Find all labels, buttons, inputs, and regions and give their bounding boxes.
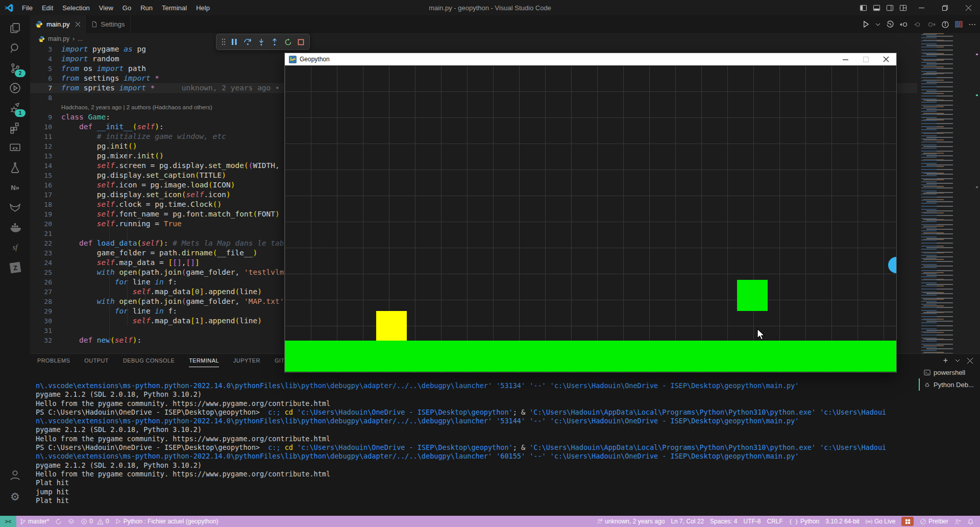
debug-session-icon[interactable]: 1 [0, 98, 30, 118]
editor-scrollbar[interactable] [966, 33, 980, 353]
menu-run[interactable]: Run [136, 0, 157, 15]
z-extension-icon[interactable]: Z [0, 257, 30, 277]
minimize-button[interactable] [910, 0, 933, 15]
remote-explorer-icon[interactable] [0, 138, 30, 158]
notifications-item[interactable] [964, 516, 980, 527]
tab-settings[interactable]: Settings [86, 15, 131, 33]
step-out-button[interactable] [271, 38, 278, 46]
close-tab-icon[interactable] [76, 22, 80, 27]
pygame-app-icon [289, 56, 297, 63]
run-python-file-icon[interactable] [862, 20, 870, 28]
settings-gear-icon[interactable]: ⚙ [0, 487, 30, 507]
menu-go[interactable]: Go [118, 0, 136, 15]
customize-layout-icon[interactable] [896, 0, 910, 15]
close-window-button[interactable] [957, 0, 980, 15]
terminal-line: pygame 2.1.2 (SDL 2.0.18, Python 3.10.2) [36, 390, 886, 399]
game-ground [285, 341, 896, 372]
menu-help[interactable]: Help [191, 0, 214, 15]
tab-problems[interactable]: PROBLEMS [37, 357, 70, 364]
source-control-icon[interactable]: 2 [0, 58, 30, 78]
terminal-line: pygame 2.1.2 (SDL 2.0.18, Python 3.10.2) [36, 461, 886, 470]
terminal-dropdown-icon[interactable] [955, 358, 960, 363]
tab-terminal[interactable]: TERMINAL [189, 354, 219, 367]
git-branch-item[interactable]: master* [16, 516, 52, 527]
restore-button[interactable] [933, 0, 957, 15]
prettier-slash-icon [920, 518, 926, 525]
goto-previous-change-icon[interactable] [900, 20, 908, 29]
gitlens-item[interactable] [65, 516, 78, 527]
minimap[interactable] [917, 33, 966, 353]
feedback-item[interactable] [951, 516, 964, 527]
indentation-item[interactable]: Spaces: 4 [707, 516, 740, 527]
tab-debug-console[interactable]: DEBUG CONSOLE [123, 357, 175, 364]
menu-edit[interactable]: Edit [37, 0, 58, 15]
titlebar: File Edit Selection View Go Run Terminal… [0, 0, 980, 15]
stop-button[interactable] [298, 39, 304, 45]
interpreter-item[interactable]: 3.10.2 64-bit [822, 516, 863, 527]
tab-output[interactable]: OUTPUT [84, 357, 109, 364]
indent-guide [127, 132, 128, 326]
docker-icon[interactable] [0, 218, 30, 237]
tab-main-py[interactable]: main.py [30, 15, 86, 34]
terminal-instance-powershell[interactable]: powershell [919, 366, 980, 378]
menu-terminal[interactable]: Terminal [157, 0, 191, 15]
language-mode-item[interactable]: { } Python [786, 516, 822, 527]
pygame-canvas[interactable] [285, 65, 896, 372]
tab-jupyter[interactable]: JUPYTER [233, 357, 260, 364]
encoding-item[interactable]: UTF-8 [740, 516, 764, 527]
toggle-panel-icon[interactable] [870, 0, 883, 15]
menu-file[interactable]: File [17, 0, 37, 15]
pause-button[interactable] [231, 38, 237, 45]
pygame-titlebar[interactable]: Geopython [285, 53, 896, 65]
drag-grip-icon[interactable] [222, 38, 226, 45]
sf-icon[interactable]: sf [0, 237, 30, 257]
terminal-line: Hello from the pygame community. https:/… [36, 435, 886, 443]
step-into-button[interactable] [258, 38, 265, 46]
testing-flask-icon[interactable] [0, 158, 30, 178]
terminal-instance-label: powershell [934, 369, 965, 376]
goto-next-change-icon [927, 20, 936, 29]
person-milestone-icon [597, 518, 603, 524]
go-live-item[interactable]: Go Live [863, 516, 898, 527]
restart-button[interactable] [284, 38, 292, 46]
problems-item[interactable]: 0 0 [78, 516, 112, 527]
breadcrumb-file[interactable]: main.py [48, 35, 69, 42]
fox-icon[interactable] [0, 198, 30, 218]
run-dropdown-chevron-icon[interactable] [875, 22, 880, 27]
terminal-instance-python-debug[interactable]: Python Deb... [919, 378, 980, 391]
more-actions-icon[interactable]: ⋯ [968, 20, 976, 29]
cursor-position-item[interactable]: Ln 7, Col 22 [668, 516, 707, 527]
python-file-icon [38, 36, 45, 42]
extension-tile-item[interactable] [898, 516, 917, 527]
timeline-history-icon[interactable] [886, 20, 894, 29]
terminal-output[interactable]: n\.vscode\extensions\ms-python.python-20… [36, 381, 886, 505]
run-and-debug-icon[interactable] [0, 78, 30, 98]
eol-item[interactable]: CRLF [764, 516, 786, 527]
menu-view[interactable]: View [94, 0, 118, 15]
step-over-button[interactable] [243, 38, 252, 46]
new-terminal-icon[interactable]: + [943, 356, 948, 365]
breadcrumb-more[interactable]: ... [78, 35, 83, 42]
prettier-item[interactable]: Prettier [917, 516, 951, 527]
remote-indicator[interactable]: >< [0, 516, 16, 527]
run-info-icon[interactable] [941, 20, 949, 29]
explorer-icon[interactable] [0, 18, 30, 38]
split-editor-icon[interactable] [955, 20, 963, 28]
pygame-window[interactable]: Geopython [284, 53, 897, 373]
nx-console-icon[interactable]: N» [0, 178, 30, 198]
close-panel-icon[interactable] [967, 358, 973, 364]
toggle-sidebar-icon[interactable] [856, 0, 870, 15]
menu-selection[interactable]: Selection [58, 0, 94, 15]
search-icon[interactable] [0, 38, 30, 58]
pygame-maximize-button[interactable] [855, 53, 876, 65]
accounts-icon[interactable] [0, 465, 30, 485]
sync-item[interactable] [52, 516, 65, 527]
pygame-close-button[interactable] [876, 53, 896, 65]
terminal-instance-label: Python Deb... [934, 381, 974, 389]
extensions-icon[interactable] [0, 118, 30, 138]
breadcrumb[interactable]: main.py › ... [30, 33, 925, 44]
toggle-secondary-sidebar-icon[interactable] [883, 0, 896, 15]
blame-item[interactable]: unknown, 2 years ago [594, 516, 668, 527]
python-context-item[interactable]: Python : Fichier actuel (geopython) [112, 516, 222, 527]
pygame-minimize-button[interactable] [835, 53, 855, 65]
